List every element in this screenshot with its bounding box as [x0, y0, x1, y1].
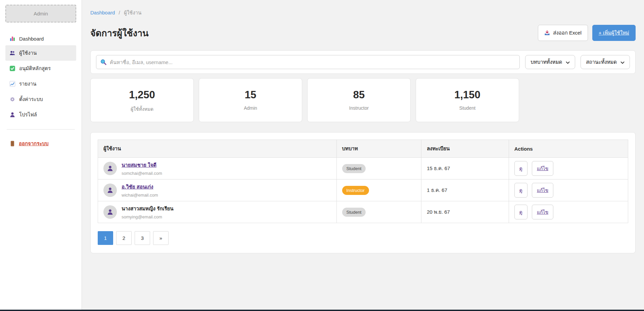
page-title: จัดการผู้ใช้งาน: [90, 26, 149, 40]
table-header-row: ผู้ใช้งาน บทบาท ลงทะเบียน Actions: [98, 140, 628, 158]
sidebar-item-settings[interactable]: ตั้งค่าระบบ: [5, 92, 76, 107]
page-header: จัดการผู้ใช้งาน ส่งออก Excel + เพิ่มผู้ใ…: [90, 25, 636, 41]
logout-label: ออกจากระบบ: [19, 140, 49, 148]
pagination-next[interactable]: »: [153, 231, 169, 245]
view-button[interactable]: ดู: [514, 205, 527, 219]
user-info: นางสาวสมหญิง รักเรียน somying@email.com: [122, 205, 174, 219]
table-row: นายสมชาย ใจดี somchai@email.com Student …: [98, 158, 628, 179]
column-header-actions: Actions: [509, 140, 628, 158]
stat-label: Student: [419, 105, 515, 111]
column-header-role: บทบาท: [336, 140, 421, 158]
search-input[interactable]: [96, 55, 520, 69]
breadcrumb: Dashboard / ผู้ใช้งาน: [90, 9, 636, 17]
chevron-down-icon: [566, 59, 570, 65]
stat-label: Admin: [202, 105, 298, 111]
breadcrumb-separator: /: [119, 10, 120, 15]
status-filter-value: สถานะทั้งหมด: [586, 58, 617, 66]
user-name-link[interactable]: นายสมชาย ใจดี: [122, 161, 156, 169]
role-badge: Student: [342, 208, 366, 217]
stat-card-admin: 15 Admin: [199, 78, 302, 122]
app-window: Admin Dashboard ผู้ใช้งาน อนุมัติหลักสูต…: [0, 0, 644, 311]
pagination-page-2[interactable]: 2: [116, 231, 132, 245]
view-button[interactable]: ดู: [514, 183, 527, 198]
export-excel-label: ส่งออก Excel: [553, 29, 581, 37]
avatar: [103, 162, 117, 175]
avatar: [103, 184, 117, 197]
sidebar-item-users[interactable]: ผู้ใช้งาน: [5, 45, 76, 61]
role-badge: Student: [342, 164, 366, 173]
stats-row: 1,250 ผู้ใช้ทั้งหมด 15 Admin 85 Instruct…: [90, 78, 519, 122]
status-filter-select[interactable]: สถานะทั้งหมด: [581, 55, 630, 69]
stat-value: 85: [311, 89, 407, 101]
users-table: ผู้ใช้งาน บทบาท ลงทะเบียน Actions: [98, 140, 628, 223]
stat-value: 15: [202, 89, 298, 101]
line-chart-icon: [9, 81, 15, 87]
user-name-link[interactable]: นางสาวสมหญิง รักเรียน: [122, 205, 174, 213]
window-bottom-edge: [0, 310, 644, 311]
export-excel-button[interactable]: ส่งออก Excel: [538, 25, 588, 41]
download-icon: [544, 30, 550, 36]
pagination-page-3[interactable]: 3: [135, 231, 150, 245]
registered-date: 1 ธ.ค. 67: [427, 187, 447, 193]
user-email: somchai@email.com: [122, 171, 162, 176]
role-filter-value: บทบาททั้งหมด: [531, 58, 562, 66]
user-cell: นางสาวสมหญิง รักเรียน somying@email.com: [103, 205, 331, 219]
sidebar-item-dashboard[interactable]: Dashboard: [5, 32, 76, 45]
chevron-down-icon: [620, 59, 625, 65]
table-row: นางสาวสมหญิง รักเรียน somying@email.com …: [98, 201, 628, 223]
stat-label: ผู้ใช้ทั้งหมด: [94, 105, 190, 113]
person-icon: [9, 112, 15, 118]
table-row: อ.วิชัย สอนเก่ง wichai@email.com Instruc…: [98, 179, 628, 201]
sidebar-item-reports[interactable]: รายงาน: [5, 76, 76, 92]
sidebar-item-course-approval[interactable]: อนุมัติหลักสูตร: [5, 61, 76, 76]
sidebar-item-label: ตั้งค่าระบบ: [19, 95, 43, 103]
registered-date: 15 ธ.ค. 67: [427, 165, 450, 171]
pagination: 1 2 3 »: [98, 231, 628, 245]
sidebar-divider: [7, 129, 75, 129]
sidebar-item-label: Dashboard: [19, 36, 44, 42]
breadcrumb-dashboard-link[interactable]: Dashboard: [90, 10, 115, 15]
admin-logo-label: Admin: [34, 11, 48, 16]
door-icon: [9, 141, 15, 147]
stat-value: 1,150: [419, 89, 515, 101]
users-table-panel: ผู้ใช้งาน บทบาท ลงทะเบียน Actions: [90, 132, 636, 253]
column-header-user: ผู้ใช้งาน: [98, 140, 337, 158]
search-icon: [100, 59, 107, 65]
avatar: [103, 205, 117, 219]
user-cell: อ.วิชัย สอนเก่ง wichai@email.com: [103, 183, 331, 198]
stat-value: 1,250: [94, 89, 190, 101]
breadcrumb-current: ผู้ใช้งาน: [124, 10, 141, 15]
header-actions: ส่งออก Excel + เพิ่มผู้ใช้ใหม่: [538, 25, 636, 41]
view-button[interactable]: ดู: [514, 161, 527, 176]
user-info: นายสมชาย ใจดี somchai@email.com: [122, 161, 162, 176]
sidebar-item-label: รายงาน: [19, 80, 36, 88]
edit-button[interactable]: แก้ไข: [532, 205, 553, 219]
sidebar-nav: Dashboard ผู้ใช้งาน อนุมัติหลักสูตร รายง…: [5, 32, 76, 122]
users-icon: [9, 50, 15, 56]
user-info: อ.วิชัย สอนเก่ง wichai@email.com: [122, 183, 158, 198]
column-header-registered: ลงทะเบียน: [421, 140, 509, 158]
filter-panel: บทบาททั้งหมด สถานะทั้งหมด: [90, 50, 636, 74]
stat-card-total-users: 1,250 ผู้ใช้ทั้งหมด: [90, 78, 194, 122]
sidebar-item-label: โปรไฟล์: [19, 111, 37, 119]
add-user-button[interactable]: + เพิ่มผู้ใช้ใหม่: [592, 25, 636, 41]
role-badge: Instructor: [342, 186, 369, 195]
sidebar-item-label: อนุมัติหลักสูตร: [19, 64, 51, 72]
sidebar: Admin Dashboard ผู้ใช้งาน อนุมัติหลักสูต…: [0, 0, 82, 311]
pagination-page-1[interactable]: 1: [98, 231, 113, 245]
edit-button[interactable]: แก้ไข: [532, 183, 553, 198]
sidebar-item-label: ผู้ใช้งาน: [19, 49, 37, 57]
sidebar-item-profile[interactable]: โปรไฟล์: [5, 107, 76, 122]
role-filter-select[interactable]: บทบาททั้งหมด: [525, 55, 575, 69]
logout-link[interactable]: ออกจากระบบ: [5, 138, 76, 149]
user-email: wichai@email.com: [122, 193, 158, 198]
bar-chart-icon: [9, 36, 15, 42]
stat-card-student: 1,150 Student: [416, 78, 519, 122]
user-name-link[interactable]: อ.วิชัย สอนเก่ง: [122, 183, 153, 191]
search-wrapper: [96, 55, 520, 69]
check-icon: [9, 65, 15, 71]
registered-date: 20 พ.ย. 67: [427, 209, 450, 215]
edit-button[interactable]: แก้ไข: [532, 161, 553, 176]
stat-card-instructor: 85 Instructor: [307, 78, 411, 122]
user-email: somying@email.com: [122, 214, 174, 219]
